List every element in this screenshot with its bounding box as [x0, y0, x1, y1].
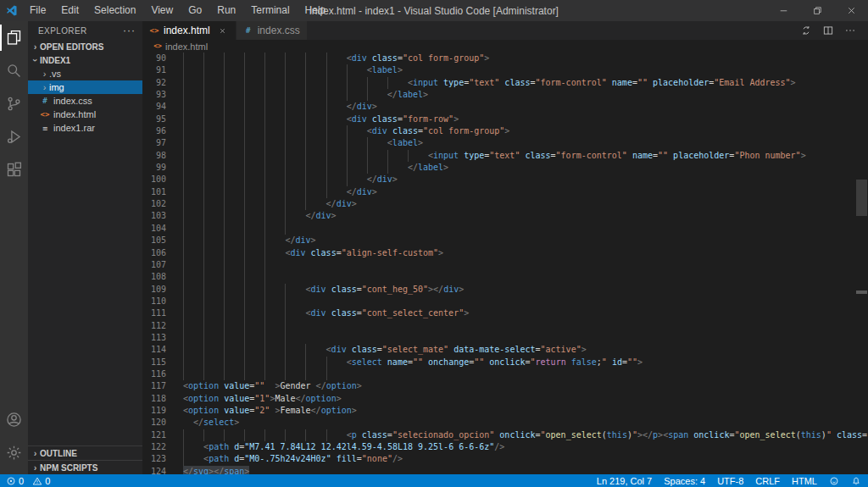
code-text: <input type="text" class="form-control" …	[183, 77, 796, 89]
root-folder-index1[interactable]: ›INDEX1	[28, 53, 142, 67]
status-warnings[interactable]: 0	[32, 476, 50, 486]
line-number: 122	[142, 441, 166, 453]
section-npm-scripts[interactable]: ›NPM SCRIPTS	[28, 460, 142, 474]
code-line: 112	[142, 320, 868, 332]
settings-gear-icon[interactable]	[0, 436, 28, 469]
code-text: </select>	[183, 417, 239, 429]
menu-selection[interactable]: Selection	[86, 0, 143, 21]
code-editor[interactable]: 90 <div class="col form-group">91 <label…	[142, 53, 868, 474]
tab-label: index.html	[164, 25, 210, 36]
window-title: index.html - index1 - Visual Studio Code…	[309, 5, 559, 17]
code-text: </div>	[183, 198, 357, 210]
menu-view[interactable]: View	[143, 0, 181, 21]
status-errors[interactable]: 0	[6, 476, 24, 486]
chevron-down-icon: ›	[31, 56, 41, 65]
code-text: <div class="col form-group">	[183, 53, 489, 64]
restore-button[interactable]	[800, 0, 834, 21]
status-left: 00	[0, 474, 58, 487]
open-editors-section[interactable]: ›OPEN EDITORS	[28, 40, 142, 53]
line-number: 117	[142, 380, 166, 392]
item-label: index.html	[53, 109, 96, 119]
status-encoding[interactable]: UTF-8	[717, 476, 743, 486]
explorer-tree: ›OPEN EDITORS›INDEX1›.vs›img#index.css<>…	[28, 40, 142, 135]
file-index.css[interactable]: #index.css	[28, 94, 142, 108]
window-controls	[766, 0, 868, 21]
tab-index.html[interactable]: <>index.html	[142, 21, 236, 40]
run-debug-icon[interactable]	[0, 120, 28, 153]
css-file-icon: #	[243, 26, 253, 35]
code-line: 116	[142, 368, 868, 380]
menu-go[interactable]: Go	[181, 0, 209, 21]
code-line: 98 <input type="text" class="form-contro…	[142, 150, 868, 162]
scrollbar-thumb[interactable]	[856, 180, 867, 216]
line-number: 123	[142, 453, 166, 465]
line-number: 97	[142, 137, 166, 149]
title-bar: FileEditSelectionViewGoRunTerminalHelp i…	[0, 0, 868, 21]
code-line: 110	[142, 296, 868, 307]
status-indentation[interactable]: Spaces: 4	[664, 476, 705, 486]
indent-guides	[183, 223, 305, 235]
tab-index.css[interactable]: #index.css	[236, 21, 307, 40]
indent-guides	[183, 296, 305, 307]
breadcrumb[interactable]: <> index.html	[142, 40, 868, 53]
split-editor-icon[interactable]	[817, 21, 839, 40]
vscode-window: FileEditSelectionViewGoRunTerminalHelp i…	[0, 0, 868, 487]
close-tab-icon[interactable]	[217, 25, 229, 36]
folder-.vs[interactable]: ›.vs	[28, 67, 142, 80]
menu-edit[interactable]: Edit	[53, 0, 86, 21]
file-index1.rar[interactable]: ≡index1.rar	[28, 121, 142, 135]
code-text: <div class="col form-group">	[183, 125, 509, 137]
open-changes-icon[interactable]	[795, 21, 817, 40]
status-notifications[interactable]	[851, 476, 861, 486]
close-button[interactable]	[834, 0, 868, 21]
code-line: 90 <div class="col form-group">	[142, 53, 868, 64]
section-outline[interactable]: ›OUTLINE	[28, 445, 142, 460]
minimize-button[interactable]	[766, 0, 800, 21]
code-text: </div>	[183, 210, 337, 222]
code-text: <path d="M7.41 7.84L12 12.42l4.59-4.58L1…	[183, 441, 504, 453]
status-bar: 00 Ln 219, Col 7Spaces: 4UTF-8CRLFHTML	[0, 474, 868, 487]
source-control-icon[interactable]	[0, 87, 28, 120]
line-number: 103	[142, 210, 166, 222]
code-text: <select name="" onchange="" onclick="ret…	[183, 357, 643, 368]
tabs: <>index.html#index.css	[142, 21, 308, 40]
status-end-of-line[interactable]: CRLF	[755, 476, 780, 486]
vscode-logo-icon	[0, 4, 22, 17]
sidebar-header: EXPLORER ···	[28, 21, 142, 40]
code-text: <div class="form-row">	[183, 113, 459, 125]
section-label: OUTLINE	[40, 449, 77, 458]
line-number: 115	[142, 357, 166, 368]
line-number: 112	[142, 320, 166, 332]
search-icon[interactable]	[0, 54, 28, 87]
tab-label: index.css	[258, 25, 300, 36]
code-text: <path d="M0-.75h24v24H0z" fill="none"/>	[183, 453, 403, 465]
more-actions-icon[interactable]	[839, 21, 861, 40]
line-number: 102	[142, 198, 166, 210]
item-label: index1.rar	[53, 123, 95, 133]
line-number: 101	[142, 186, 166, 198]
status-cursor-position[interactable]: Ln 219, Col 7	[597, 476, 652, 486]
status-feedback[interactable]	[829, 476, 839, 486]
code-text: </label>	[183, 89, 428, 101]
more-actions-icon[interactable]: ···	[123, 25, 136, 36]
line-number: 93	[142, 89, 166, 101]
code-line: 109 <div class="cont_heg_50"></div>	[142, 284, 868, 296]
chevron-right-icon: ›	[40, 82, 49, 92]
status-language-mode[interactable]: HTML	[792, 476, 817, 486]
code-text: </div>	[183, 101, 377, 113]
files-icon[interactable]	[0, 21, 28, 54]
file-index.html[interactable]: <>index.html	[28, 108, 142, 121]
code-line: 106 <div class="align-self-custom">	[142, 247, 868, 259]
line-number: 91	[142, 64, 166, 76]
folder-img[interactable]: ›img	[28, 80, 142, 94]
menu-terminal[interactable]: Terminal	[243, 0, 297, 21]
code-line: 93 </label>	[142, 89, 868, 101]
extensions-icon[interactable]	[0, 153, 28, 186]
menu-run[interactable]: Run	[209, 0, 243, 21]
code-line: 122 <path d="M7.41 7.84L12 12.42l4.59-4.…	[142, 441, 868, 453]
menu-file[interactable]: File	[22, 0, 53, 21]
account-icon[interactable]	[0, 403, 28, 436]
html-file-icon: <>	[149, 26, 159, 35]
code-text: </div>	[183, 186, 377, 198]
overview-ruler-mark	[856, 291, 867, 294]
